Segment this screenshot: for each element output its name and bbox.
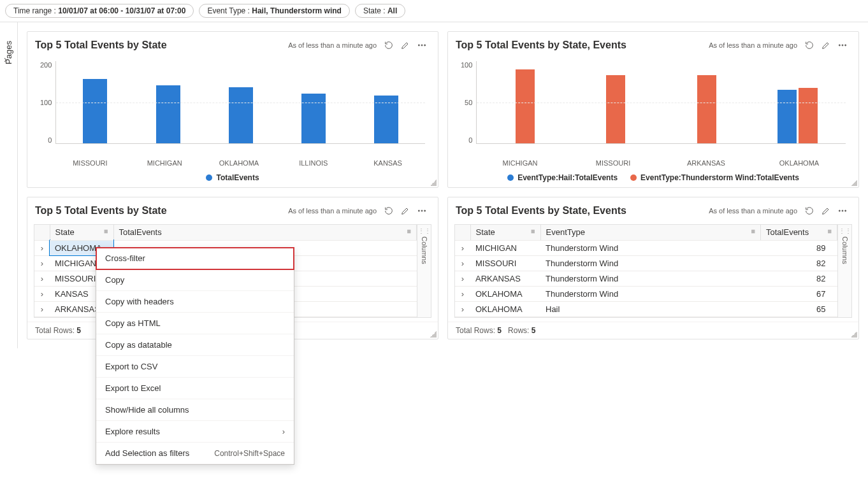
expand-icon[interactable]: ›: [455, 240, 470, 255]
col-header-state[interactable]: State: [476, 227, 495, 237]
bar[interactable]: [301, 94, 326, 143]
cell-total[interactable]: 89: [761, 240, 837, 255]
cell-eventtype[interactable]: Thunderstorm Wind: [540, 286, 761, 301]
bar[interactable]: [516, 69, 535, 143]
refresh-icon[interactable]: [380, 203, 397, 219]
bar[interactable]: [697, 75, 716, 143]
more-icon[interactable]: [414, 37, 430, 53]
expand-icon[interactable]: ›: [455, 255, 470, 271]
column-menu-icon[interactable]: ≡: [751, 227, 755, 235]
table-2[interactable]: State≡ EventType≡ TotalEvents≡ ›MICHIGAN…: [455, 225, 837, 317]
columns-label: Columns: [421, 236, 428, 264]
bar[interactable]: [778, 90, 797, 144]
menu-copy-datatable[interactable]: Copy as datatable: [96, 334, 294, 348]
table-row[interactable]: ›MISSOURIThunderstorm Wind82: [455, 255, 837, 271]
ytick: 100: [40, 99, 52, 106]
filter-bar: Time range : 10/01/07 at 06:00 - 10/31/0…: [0, 0, 868, 22]
tile-title: Top 5 Total Events by State: [35, 39, 288, 51]
expand-icon[interactable]: ›: [34, 301, 50, 317]
cell-state[interactable]: MICHIGAN: [470, 240, 540, 255]
chart-1: 200 100 0 MISSOURIMICHIGANOKLAHOMAILLINO…: [27, 59, 438, 187]
xtick: OKLAHOMA: [774, 159, 825, 167]
cell-eventtype[interactable]: Thunderstorm Wind: [540, 271, 761, 286]
edit-icon[interactable]: [397, 203, 414, 219]
resize-handle[interactable]: [430, 331, 437, 338]
bar[interactable]: [374, 96, 398, 143]
resize-handle[interactable]: [851, 180, 857, 186]
column-menu-icon[interactable]: ≡: [828, 227, 832, 235]
resize-handle[interactable]: [430, 180, 437, 186]
columns-panel-toggle[interactable]: ⋮⋮ Columns: [837, 225, 851, 317]
edit-icon[interactable]: [818, 37, 834, 53]
cell-total[interactable]: 65: [761, 301, 837, 317]
col-header-eventtype[interactable]: EventType: [546, 227, 585, 237]
legend-item[interactable]: EventType:Thunderstorm Wind:TotalEvents: [630, 173, 799, 182]
refresh-icon[interactable]: [801, 203, 818, 219]
col-header-total[interactable]: TotalEvents: [766, 227, 809, 237]
menu-copy-html[interactable]: Copy as HTML: [96, 313, 294, 334]
filter-event-type[interactable]: Event Type : Hail, Thunderstorm wind: [199, 4, 350, 18]
columns-panel-toggle[interactable]: ⋮⋮ Columns: [417, 225, 431, 317]
cell-total[interactable]: 82: [761, 255, 837, 271]
cell-state[interactable]: ARKANSAS: [470, 271, 540, 286]
ytick: 0: [48, 136, 52, 144]
xtick: ARKANSAS: [681, 159, 732, 167]
more-icon[interactable]: [414, 203, 430, 219]
table-row[interactable]: ›ARKANSASThunderstorm Wind82: [455, 271, 837, 286]
filter-time-range[interactable]: Time range : 10/01/07 at 06:00 - 10/31/0…: [5, 4, 194, 18]
cell-state[interactable]: OKLAHOMA: [470, 286, 540, 301]
expand-icon[interactable]: ›: [34, 286, 50, 301]
more-icon[interactable]: [834, 37, 851, 53]
cell-eventtype[interactable]: Thunderstorm Wind: [540, 255, 761, 271]
bar[interactable]: [229, 87, 253, 143]
expand-icon[interactable]: ›: [455, 271, 470, 286]
legend-item[interactable]: TotalEvents: [206, 173, 259, 182]
column-menu-icon[interactable]: ≡: [104, 227, 108, 235]
menu-copy-headers[interactable]: Copy with headers: [96, 291, 294, 313]
table-row[interactable]: ›OKLAHOMAHail65: [455, 301, 837, 317]
cell-state[interactable]: OKLAHOMA: [470, 301, 540, 317]
column-menu-icon[interactable]: ≡: [531, 227, 535, 235]
table-row[interactable]: ›MICHIGANThunderstorm Wind89: [455, 240, 837, 255]
edit-icon[interactable]: [818, 203, 834, 219]
tile-top5-state-events-table: Top 5 Total Events by State, Events As o…: [447, 197, 859, 339]
col-header-state[interactable]: State: [55, 227, 75, 237]
cell-eventtype[interactable]: Hail: [540, 301, 761, 317]
expand-icon[interactable]: ›: [34, 271, 50, 286]
menu-copy[interactable]: Copy: [96, 269, 294, 291]
legend-item[interactable]: EventType:Hail:TotalEvents: [507, 173, 618, 182]
expand-icon[interactable]: ›: [455, 301, 470, 317]
xtick: MICHIGAN: [139, 159, 190, 167]
expand-icon[interactable]: ›: [34, 240, 50, 255]
tile-timestamp: As of less than a minute ago: [288, 41, 377, 49]
bar[interactable]: [156, 85, 180, 143]
svg-point-11: [845, 210, 846, 211]
expand-icon[interactable]: ›: [455, 286, 470, 301]
filter-label: Time range :: [13, 6, 58, 15]
filter-state[interactable]: State : All: [355, 4, 405, 18]
tile-timestamp: As of less than a minute ago: [709, 207, 797, 215]
ytick: 50: [465, 99, 472, 106]
table-row[interactable]: ›OKLAHOMAThunderstorm Wind67: [455, 286, 837, 301]
cell-eventtype[interactable]: Thunderstorm Wind: [540, 240, 761, 255]
cell-total[interactable]: 82: [761, 271, 837, 286]
more-icon[interactable]: [834, 203, 851, 219]
expand-icon[interactable]: ›: [34, 255, 50, 271]
bar[interactable]: [799, 88, 818, 143]
bar[interactable]: [83, 79, 107, 143]
column-menu-icon[interactable]: ≡: [407, 227, 411, 235]
pages-panel-collapsed[interactable]: › Pages: [0, 22, 18, 348]
filter-label: Event Type :: [207, 6, 252, 15]
tile-top5-state-chart: Top 5 Total Events by State As of less t…: [27, 31, 438, 188]
cell-total[interactable]: 67: [761, 286, 837, 301]
resize-handle[interactable]: [851, 331, 857, 338]
cell-state[interactable]: MISSOURI: [470, 255, 540, 271]
refresh-icon[interactable]: [380, 37, 397, 53]
legend-label: EventType:Hail:TotalEvents: [517, 173, 618, 182]
edit-icon[interactable]: [397, 37, 414, 53]
menu-cross-filter[interactable]: Cross-filter: [96, 248, 294, 269]
refresh-icon[interactable]: [801, 37, 818, 53]
col-header-total[interactable]: TotalEvents: [119, 227, 162, 237]
bar[interactable]: [606, 75, 625, 143]
tile-title: Top 5 Total Events by State: [35, 205, 288, 217]
